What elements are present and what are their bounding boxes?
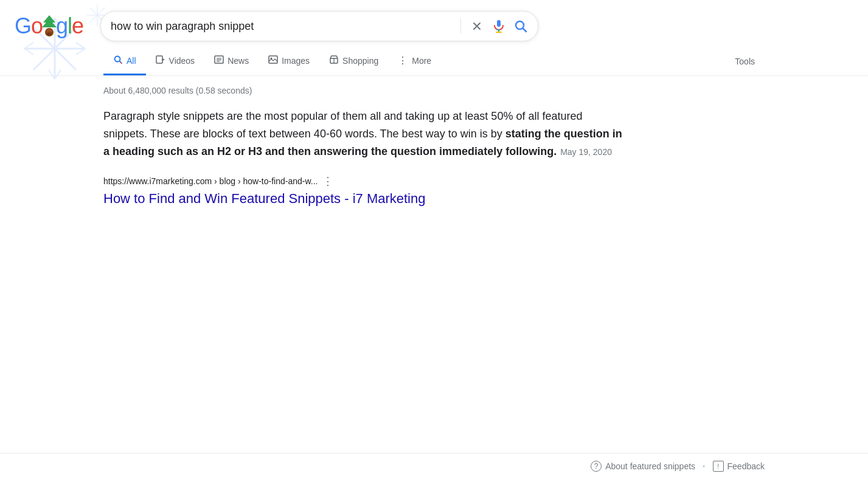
logo-letter-g: G (15, 13, 31, 39)
snippet-date: May 19, 2020 (560, 147, 612, 157)
logo-pine-decoration (41, 15, 58, 37)
tab-more-label: More (412, 56, 431, 66)
about-featured-snippets-button[interactable]: ? About featured snippets (591, 461, 695, 472)
feedback-icon: ! (713, 461, 724, 472)
logo-letter-l: l (68, 13, 72, 39)
tab-news[interactable]: News (204, 48, 259, 75)
x-icon-svg (471, 20, 483, 32)
tab-images-label: Images (282, 56, 310, 66)
search-tab-icon (113, 55, 123, 66)
more-tab-icon: ⋮ (398, 55, 408, 66)
search-input[interactable]: how to win paragraph snippet (111, 20, 453, 33)
tools-button[interactable]: Tools (725, 49, 765, 74)
feedback-button[interactable]: ! Feedback (713, 461, 765, 472)
tab-more[interactable]: ⋮ More (388, 47, 441, 75)
feedback-label: Feedback (727, 461, 765, 471)
pine-cone-svg (41, 15, 58, 37)
tab-videos[interactable]: Videos (146, 48, 205, 75)
featured-snippet: Paragraph style snippets are the most po… (103, 108, 627, 160)
search-button[interactable] (513, 19, 528, 33)
result-url: https://www.i7marketing.com › blog › how… (103, 176, 318, 186)
dot-separator: · (703, 461, 705, 472)
svg-rect-36 (269, 56, 277, 63)
bottom-bar: ? About featured snippets · ! Feedback (0, 453, 868, 479)
svg-rect-22 (497, 20, 501, 27)
search-divider (460, 19, 461, 33)
result-url-row: https://www.i7marketing.com › blog › how… (103, 174, 627, 188)
images-tab-icon (268, 55, 278, 66)
clear-icon[interactable] (468, 18, 485, 35)
tab-shopping[interactable]: Shopping (319, 47, 388, 75)
search-bar-container: how to win paragraph snippet (100, 11, 538, 41)
google-logo[interactable]: G o g (15, 13, 83, 39)
header: G o g (0, 0, 868, 47)
logo-letter-e: e (72, 13, 83, 39)
results-count: About 6,480,000 results (0.58 seconds) (103, 86, 765, 95)
snippet-text: Paragraph style snippets are the most po… (103, 108, 627, 160)
nav-tabs: All Videos News (0, 47, 868, 76)
svg-line-26 (523, 29, 527, 32)
mic-icon[interactable] (491, 19, 506, 33)
question-circle-icon: ? (591, 461, 602, 472)
about-snippets-label: About featured snippets (605, 461, 695, 471)
tab-news-label: News (227, 56, 249, 66)
video-tab-icon (156, 55, 165, 66)
result-options-icon[interactable]: ⋮ (322, 174, 333, 188)
search-bar: how to win paragraph snippet (100, 11, 538, 41)
news-tab-icon (214, 55, 224, 66)
svg-marker-31 (162, 58, 165, 61)
svg-point-21 (47, 33, 52, 35)
tab-shopping-label: Shopping (342, 56, 378, 66)
tools-label: Tools (735, 57, 755, 66)
mic-svg (491, 19, 506, 33)
svg-rect-30 (156, 56, 162, 63)
svg-marker-17 (42, 19, 57, 27)
tab-videos-label: Videos (169, 56, 195, 66)
result-title-link[interactable]: How to Find and Win Featured Snippets - … (103, 191, 425, 206)
search-icon-svg (513, 19, 528, 33)
results-area: About 6,480,000 results (0.58 seconds) P… (0, 76, 868, 220)
shopping-tab-icon (329, 55, 339, 66)
tab-all[interactable]: All (103, 47, 146, 75)
tab-images[interactable]: Images (259, 48, 319, 75)
search-result: https://www.i7marketing.com › blog › how… (103, 174, 627, 208)
tab-all-label: All (127, 56, 136, 66)
